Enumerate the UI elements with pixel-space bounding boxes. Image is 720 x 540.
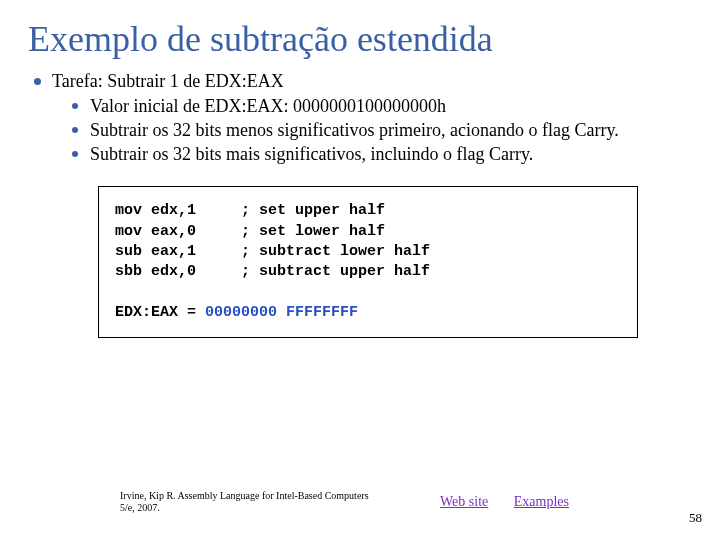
task-bullet: Tarefa: Subtrair 1 de EDX:EAX Valor inic…	[34, 70, 692, 166]
website-link[interactable]: Web site	[440, 494, 488, 509]
footer-links: Web site Examples	[440, 494, 591, 510]
code-line: sbb edx,0 ; subtract upper half	[115, 263, 430, 280]
code-line: mov eax,0 ; set lower half	[115, 223, 385, 240]
examples-link[interactable]: Examples	[514, 494, 569, 509]
citation: Irvine, Kip R. Assembly Language for Int…	[120, 490, 380, 514]
page-number: 58	[689, 510, 702, 526]
sub-item: Subtrair os 32 bits menos significativos…	[72, 119, 692, 143]
sub-item: Subtrair os 32 bits mais significativos,…	[72, 143, 692, 167]
task-text: Tarefa: Subtrair 1 de EDX:EAX	[52, 71, 284, 91]
result-value: 00000000 FFFFFFFF	[205, 304, 358, 321]
page-title: Exemplo de subtração estendida	[28, 18, 692, 60]
code-line: mov edx,1 ; set upper half	[115, 202, 385, 219]
sub-item: Valor inicial de EDX:EAX: 00000001000000…	[72, 95, 692, 119]
code-box: mov edx,1 ; set upper half mov eax,0 ; s…	[98, 186, 638, 338]
sub-bullets: Valor inicial de EDX:EAX: 00000001000000…	[52, 95, 692, 166]
result-prefix: EDX:EAX =	[115, 304, 205, 321]
code-line: sub eax,1 ; subtract lower half	[115, 243, 430, 260]
main-bullets: Tarefa: Subtrair 1 de EDX:EAX Valor inic…	[28, 70, 692, 166]
slide: Exemplo de subtração estendida Tarefa: S…	[0, 0, 720, 540]
